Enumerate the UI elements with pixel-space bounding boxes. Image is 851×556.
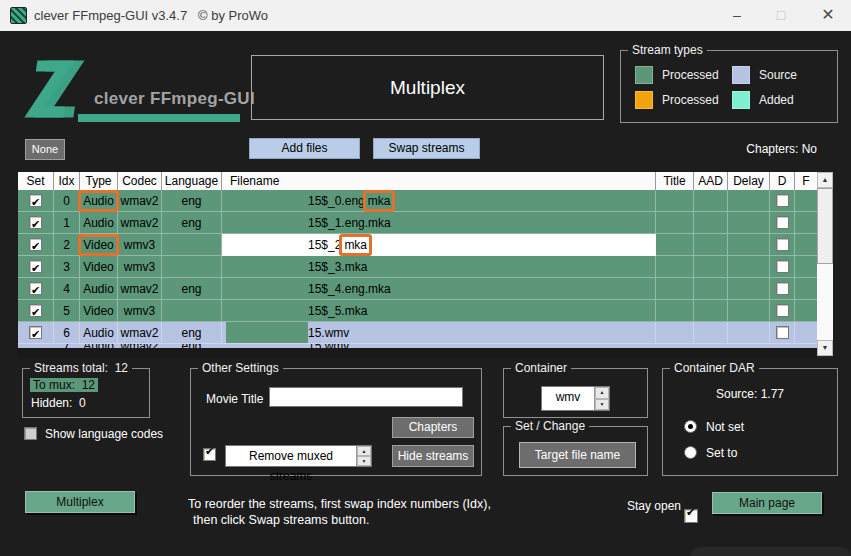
set-checkbox[interactable]	[29, 282, 42, 295]
set-to-radio[interactable]	[684, 446, 697, 459]
cell-delay[interactable]	[728, 322, 770, 344]
spinner-down-icon[interactable]: ▼	[357, 456, 371, 466]
d-checkbox[interactable]	[776, 216, 789, 229]
minimize-icon[interactable]: –	[714, 0, 760, 31]
cell-aad[interactable]	[694, 190, 728, 212]
cell-language[interactable]	[162, 256, 222, 278]
maximize-icon[interactable]: □	[758, 0, 804, 31]
cell-filename[interactable]: 15$_3.mka	[222, 256, 656, 278]
cell-language[interactable]: eng	[162, 278, 222, 300]
show-language-codes-checkbox[interactable]	[24, 427, 37, 440]
close-icon[interactable]: ✕	[805, 0, 851, 31]
scroll-down-icon[interactable]: ▼	[817, 340, 833, 356]
cell-idx[interactable]: 4	[54, 278, 80, 300]
cell-title[interactable]	[656, 212, 694, 234]
cell-title[interactable]	[656, 256, 694, 278]
none-button[interactable]: None	[25, 139, 65, 160]
spinner-down-icon[interactable]: ▼	[595, 399, 609, 411]
remove-muxed-checkbox[interactable]	[203, 448, 216, 461]
cell-f[interactable]	[795, 256, 817, 278]
cell-f[interactable]	[795, 300, 817, 322]
cell-type[interactable]: Video	[80, 234, 118, 256]
cell-codec[interactable]: wmv3	[118, 256, 162, 278]
cell-d[interactable]	[770, 300, 795, 322]
cell-filename[interactable]: 15$_5.mka	[222, 300, 656, 322]
d-checkbox[interactable]	[776, 238, 789, 251]
cell-codec[interactable]: wmav2	[118, 322, 162, 344]
cell-f[interactable]	[795, 234, 817, 256]
cell-language[interactable]	[162, 300, 222, 322]
cell-codec[interactable]: wmav2	[118, 212, 162, 234]
cell-aad[interactable]	[694, 234, 728, 256]
cell-title[interactable]	[656, 190, 694, 212]
cell-filename[interactable]: 15$_0.engmka	[222, 190, 656, 212]
swap-streams-button[interactable]: Swap streams	[373, 138, 480, 159]
cell-language[interactable]: eng	[162, 212, 222, 234]
cell-idx[interactable]: 1	[54, 212, 80, 234]
cell-aad[interactable]	[694, 212, 728, 234]
cell-type[interactable]: Audio	[80, 190, 118, 212]
cell-language[interactable]: eng	[162, 190, 222, 212]
cell-d[interactable]	[770, 278, 795, 300]
cell-d[interactable]	[770, 234, 795, 256]
target-file-name-button[interactable]: Target file name	[519, 442, 636, 468]
not-set-radio[interactable]	[684, 420, 697, 433]
d-checkbox[interactable]	[776, 260, 789, 273]
cell-d[interactable]	[770, 212, 795, 234]
cell-codec[interactable]: wmv3	[118, 300, 162, 322]
cell-language[interactable]	[162, 234, 222, 256]
cell-type[interactable]: Video	[80, 256, 118, 278]
set-checkbox[interactable]	[29, 194, 42, 207]
vertical-scrollbar[interactable]: ▲ ▼	[817, 172, 833, 356]
set-checkbox[interactable]	[29, 238, 42, 251]
cell-d[interactable]	[770, 322, 795, 344]
cell-set[interactable]	[18, 212, 54, 234]
cell-idx[interactable]: 0	[54, 190, 80, 212]
cell-aad[interactable]	[694, 300, 728, 322]
cell-title[interactable]	[656, 278, 694, 300]
cell-title[interactable]	[656, 234, 694, 256]
set-checkbox[interactable]	[29, 304, 42, 317]
cell-idx[interactable]: 3	[54, 256, 80, 278]
movie-title-input[interactable]	[269, 387, 463, 407]
cell-delay[interactable]	[728, 190, 770, 212]
cell-delay[interactable]	[728, 212, 770, 234]
cell-delay[interactable]	[728, 278, 770, 300]
cell-set[interactable]	[18, 256, 54, 278]
hide-streams-button[interactable]: Hide streams	[392, 445, 474, 467]
cell-f[interactable]	[795, 190, 817, 212]
cell-idx[interactable]: 5	[54, 300, 80, 322]
cell-type[interactable]: Audio	[80, 212, 118, 234]
cell-type[interactable]: Video	[80, 300, 118, 322]
cell-d[interactable]	[770, 190, 795, 212]
cell-f[interactable]	[795, 322, 817, 344]
spinner-up-icon[interactable]: ▲	[595, 387, 609, 399]
spinner-up-icon[interactable]: ▲	[357, 446, 371, 456]
cell-title[interactable]	[656, 300, 694, 322]
remove-muxed-spinner[interactable]: Remove muxed streams ▲ ▼	[225, 445, 372, 467]
set-checkbox[interactable]	[29, 260, 42, 273]
cell-filename[interactable]: 15.wmv	[222, 322, 656, 344]
d-checkbox[interactable]	[776, 194, 789, 207]
cell-codec[interactable]: wmav2	[118, 190, 162, 212]
cell-filename[interactable]: 15$_2mka	[222, 234, 656, 256]
cell-d[interactable]	[770, 256, 795, 278]
cell-codec[interactable]: wmav2	[118, 278, 162, 300]
cell-language[interactable]: eng	[162, 322, 222, 344]
cell-filename[interactable]: 15$_4.eng.mka	[222, 278, 656, 300]
cell-type[interactable]: Audio	[80, 322, 118, 344]
cell-codec[interactable]: wmv3	[118, 234, 162, 256]
cell-f[interactable]	[795, 278, 817, 300]
cell-set[interactable]	[18, 300, 54, 322]
d-checkbox[interactable]	[776, 282, 789, 295]
cell-delay[interactable]	[728, 300, 770, 322]
cell-aad[interactable]	[694, 322, 728, 344]
cell-set[interactable]	[18, 322, 54, 344]
cell-set[interactable]	[18, 234, 54, 256]
cell-aad[interactable]	[694, 256, 728, 278]
cell-title[interactable]	[656, 322, 694, 344]
cell-f[interactable]	[795, 212, 817, 234]
add-files-button[interactable]: Add files	[249, 138, 360, 159]
d-checkbox[interactable]	[776, 304, 789, 317]
chapters-button[interactable]: Chapters	[392, 417, 474, 438]
